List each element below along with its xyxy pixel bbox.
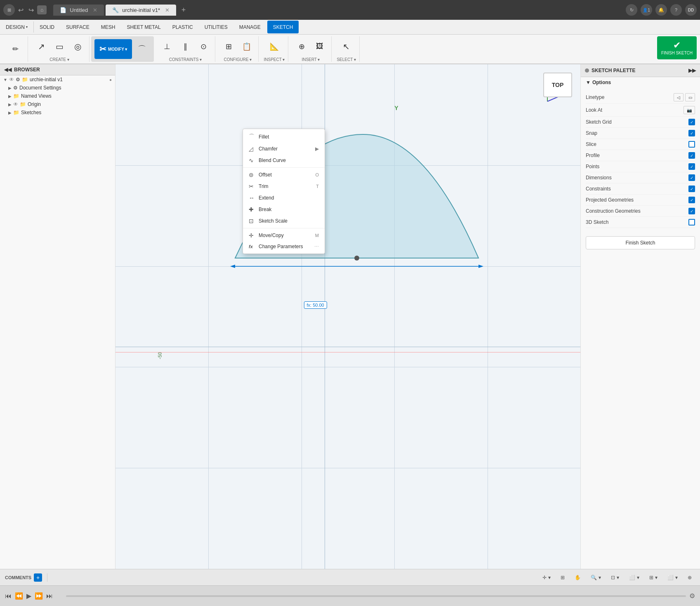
bottom-zoom-btn[interactable]: 🔍 ▾ (587, 573, 604, 582)
finish-sketch-palette-btn[interactable]: Finish Sketch (586, 236, 695, 249)
slice-checkbox[interactable] (688, 141, 695, 148)
menu-plastic[interactable]: PLASTIC (167, 20, 199, 34)
timeline-track[interactable] (66, 595, 686, 597)
app-menu-icon[interactable]: ⊞ (3, 4, 15, 16)
points-checkbox[interactable]: ✓ (688, 163, 695, 170)
root-eye-icon[interactable]: 👁 (9, 77, 14, 82)
tab-untitled-close[interactable]: ✕ (93, 7, 97, 13)
tree-item-named-views[interactable]: ▶ 📁 Named Views (0, 92, 115, 100)
constraints-btn2[interactable]: ∥ (177, 37, 193, 56)
add-comment-btn[interactable]: + (34, 573, 42, 582)
notification-icon[interactable]: 🔔 (655, 4, 667, 16)
projected-geom-checkbox[interactable]: ✓ (688, 197, 695, 203)
create-rect-btn[interactable]: ▭ (51, 37, 68, 56)
home-button[interactable]: ⌂ (37, 5, 47, 14)
modify-btn[interactable]: ✂ MODIFY ▾ (94, 39, 132, 59)
configure-label[interactable]: CONFIGURE ▾ (224, 57, 252, 62)
tab-urchie[interactable]: 🔧 urchie-initial v1* ✕ (106, 5, 176, 16)
constraints-btn1[interactable]: ⊥ (159, 37, 175, 56)
menu-item-fillet[interactable]: ⌒ Fillet (243, 131, 325, 143)
tree-item-root[interactable]: ▼ 👁 ⚙ 📁 urchie-initial v1 ● (0, 75, 115, 84)
constraints-checkbox[interactable]: ✓ (688, 186, 695, 192)
change-params-icon: fx (249, 244, 255, 249)
timeline-settings-btn[interactable]: ⚙ (689, 592, 695, 600)
tree-item-sketches[interactable]: ▶ 📁 Sketches (0, 108, 115, 117)
menu-item-extend[interactable]: ↔ Extend (243, 192, 325, 204)
sidebar-collapse-icon[interactable]: ◀◀ (4, 67, 12, 73)
refresh-icon[interactable]: ↻ (626, 4, 637, 16)
finish-sketch-toolbar-btn[interactable]: ✔ FINISH SKETCH (657, 36, 697, 59)
configure-btn1[interactable]: ⊞ (220, 37, 237, 56)
tree-item-doc-settings[interactable]: ▶ ⚙ Document Settings (0, 84, 115, 92)
menu-item-chamfer[interactable]: ◿ Chamfer ▶ (243, 143, 325, 155)
bottom-move-btn[interactable]: ✛ ▾ (539, 573, 554, 582)
3d-sketch-checkbox[interactable] (688, 219, 695, 225)
inspect-label[interactable]: INSPECT ▾ (264, 57, 285, 62)
menu-item-trim[interactable]: ✂ Trim T (243, 181, 325, 192)
profile-checkbox[interactable]: ✓ (688, 152, 695, 159)
tree-item-origin[interactable]: ▶ 👁 📁 Origin (0, 100, 115, 108)
linetype-box2[interactable]: ▭ (685, 93, 695, 101)
tab-untitled[interactable]: 📄 Untitled ✕ (53, 5, 104, 16)
insert-btn1[interactable]: ⊕ (293, 37, 310, 56)
insert-btn2[interactable]: 🖼 (311, 37, 328, 56)
redo-button[interactable]: ↪ (27, 5, 35, 15)
menu-item-sketch-scale[interactable]: ⊡ Sketch Scale (243, 215, 325, 227)
menu-item-offset[interactable]: ⊜ Offset O (243, 169, 325, 181)
timeline-start-btn[interactable]: ⏮ (5, 592, 12, 600)
create-line-btn[interactable]: ↗ (33, 37, 49, 56)
help-icon[interactable]: ? (670, 4, 682, 16)
screen-mode-btn[interactable]: ⊕ (684, 573, 695, 582)
look-at-btn[interactable]: 📷 (684, 106, 695, 114)
design-menu[interactable]: DESIGN ▾ (0, 20, 33, 34)
linetype-box1[interactable]: ◁ (674, 93, 684, 101)
origin-eye-icon[interactable]: 👁 (13, 101, 18, 107)
design-dropdown-btn[interactable]: ✏ (7, 39, 24, 59)
menu-item-move-copy[interactable]: ✛ Move/Copy M (243, 230, 325, 241)
timeline-prev-btn[interactable]: ⏪ (15, 592, 23, 600)
options-section-title[interactable]: ▼ Options (581, 77, 700, 88)
menu-item-change-params[interactable]: fx Change Parameters ⋯ (243, 241, 325, 252)
bottom-grid-btn[interactable]: ⊞ ▾ (646, 573, 661, 582)
menu-surface[interactable]: SURFACE (60, 20, 95, 34)
canvas-area[interactable]: 50 -50 Y fx: 50.00 (115, 64, 580, 569)
menu-manage[interactable]: MANAGE (233, 20, 266, 34)
timeline-end-btn[interactable]: ⏭ (46, 592, 53, 600)
bottom-view-btn[interactable]: ⬜ ▾ (664, 573, 681, 582)
bottom-display-btn[interactable]: ⬜ ▾ (626, 573, 643, 582)
tab-urchie-close[interactable]: ✕ (165, 7, 170, 13)
snap-checkbox[interactable]: ✓ (688, 130, 695, 136)
create-circle-btn[interactable]: ◎ (69, 37, 86, 56)
sketch-grid-checkbox[interactable]: ✓ (688, 119, 695, 125)
construction-geom-checkbox[interactable]: ✓ (688, 208, 695, 214)
menu-sketch[interactable]: SKETCH (267, 21, 299, 33)
bottom-snap-btn[interactable]: ⊞ (557, 573, 568, 582)
menu-utilities[interactable]: UTILITIES (199, 20, 233, 34)
menu-sheet-metal[interactable]: SHEET METAL (121, 20, 166, 34)
user-count-icon[interactable]: 👤1 (641, 4, 652, 16)
inspect-btn[interactable]: 📐 (266, 37, 283, 56)
doc-settings-icon: ⚙ (13, 85, 18, 91)
undo-button[interactable]: ↩ (16, 5, 25, 15)
new-tab-button[interactable]: + (178, 4, 189, 16)
insert-label[interactable]: INSERT ▾ (302, 57, 320, 62)
constraints-btn3[interactable]: ⊙ (195, 37, 212, 56)
timeline-play-btn[interactable]: ▶ (26, 592, 31, 600)
palette-expand-icon[interactable]: ▶▶ (688, 68, 696, 73)
menu-mesh[interactable]: MESH (95, 20, 121, 34)
configure-btn2[interactable]: 📋 (238, 37, 255, 56)
view-cube-box[interactable]: TOP (543, 73, 572, 97)
timeline-next-btn[interactable]: ⏩ (35, 592, 43, 600)
menu-item-break[interactable]: ✚ Break (243, 204, 325, 215)
bottom-pan-btn[interactable]: ✋ (571, 573, 584, 582)
constraints-label[interactable]: CONSTRAINTS ▾ (169, 57, 202, 62)
menu-solid[interactable]: SOLID (34, 20, 60, 34)
user-avatar[interactable]: DD (685, 4, 697, 16)
select-label[interactable]: SELECT ▾ (337, 57, 356, 62)
menu-item-blend-curve[interactable]: ∿ Blend Curve (243, 155, 325, 166)
curve-btn[interactable]: ⌒ (134, 39, 150, 59)
bottom-fit-btn[interactable]: ⊡ ▾ (608, 573, 622, 582)
select-cursor-btn[interactable]: ↖ (338, 37, 355, 56)
dimensions-checkbox[interactable]: ✓ (688, 174, 695, 181)
create-label[interactable]: CREATE ▾ (49, 57, 69, 62)
